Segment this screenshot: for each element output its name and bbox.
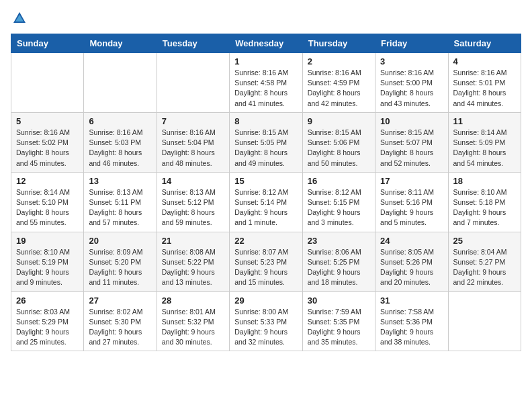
day-info: Sunrise: 8:14 AM Sunset: 5:09 PM Dayligh… [453,128,516,169]
day-info: Sunrise: 8:16 AM Sunset: 5:00 PM Dayligh… [380,68,443,109]
day-number: 29 [234,295,297,306]
calendar-week-row: 26Sunrise: 8:03 AM Sunset: 5:29 PM Dayli… [11,291,521,351]
day-info: Sunrise: 8:12 AM Sunset: 5:15 PM Dayligh… [308,187,370,228]
day-number: 13 [89,176,151,186]
day-info: Sunrise: 8:16 AM Sunset: 5:03 PM Dayligh… [89,128,151,169]
day-info: Sunrise: 8:16 AM Sunset: 4:59 PM Dayligh… [308,68,370,109]
calendar-day-cell: 10Sunrise: 8:15 AM Sunset: 5:07 PM Dayli… [375,112,448,172]
day-number: 25 [453,236,516,246]
calendar-day-cell: 30Sunrise: 7:59 AM Sunset: 5:35 PM Dayli… [302,291,375,351]
day-number: 11 [453,116,516,126]
calendar-week-row: 1Sunrise: 8:16 AM Sunset: 4:58 PM Daylig… [11,53,521,113]
day-number: 2 [308,56,370,66]
day-info: Sunrise: 8:10 AM Sunset: 5:19 PM Dayligh… [16,247,79,288]
day-number: 9 [308,116,370,126]
calendar-day-cell: 16Sunrise: 8:12 AM Sunset: 5:15 PM Dayli… [302,172,375,232]
day-number: 4 [453,56,516,66]
day-info: Sunrise: 8:00 AM Sunset: 5:33 PM Dayligh… [234,307,297,348]
day-number: 24 [380,236,443,246]
calendar-day-cell: 20Sunrise: 8:09 AM Sunset: 5:20 PM Dayli… [84,232,157,291]
day-number: 23 [308,236,370,246]
day-number: 31 [380,295,443,306]
day-info: Sunrise: 8:15 AM Sunset: 5:05 PM Dayligh… [234,128,297,169]
day-info: Sunrise: 8:16 AM Sunset: 4:58 PM Dayligh… [234,68,297,109]
calendar-day-cell: 23Sunrise: 8:06 AM Sunset: 5:25 PM Dayli… [302,232,375,291]
day-info: Sunrise: 8:04 AM Sunset: 5:27 PM Dayligh… [453,247,516,288]
weekday-header: Monday [84,34,157,53]
calendar-day-cell: 4Sunrise: 8:16 AM Sunset: 5:01 PM Daylig… [448,53,521,113]
day-info: Sunrise: 8:08 AM Sunset: 5:22 PM Dayligh… [162,247,224,288]
logo [11,11,27,26]
calendar-day-cell: 21Sunrise: 8:08 AM Sunset: 5:22 PM Dayli… [157,232,229,291]
day-number: 5 [16,116,79,126]
calendar-day-cell: 9Sunrise: 8:15 AM Sunset: 5:06 PM Daylig… [302,112,375,172]
day-number: 22 [234,236,297,246]
calendar-day-cell: 13Sunrise: 8:13 AM Sunset: 5:11 PM Dayli… [84,172,157,232]
day-info: Sunrise: 8:05 AM Sunset: 5:26 PM Dayligh… [380,247,443,288]
calendar-day-cell: 31Sunrise: 7:58 AM Sunset: 5:36 PM Dayli… [375,291,448,351]
day-info: Sunrise: 7:59 AM Sunset: 5:35 PM Dayligh… [308,307,370,348]
day-number: 27 [89,295,151,306]
day-info: Sunrise: 8:10 AM Sunset: 5:18 PM Dayligh… [453,187,516,228]
weekday-header: Friday [375,34,448,53]
calendar-day-cell [448,291,521,351]
calendar-table: SundayMondayTuesdayWednesdayThursdayFrid… [11,34,521,351]
day-number: 20 [89,236,151,246]
day-info: Sunrise: 8:16 AM Sunset: 5:02 PM Dayligh… [16,128,79,169]
day-number: 30 [308,295,370,306]
logo-icon [12,11,27,26]
day-info: Sunrise: 8:06 AM Sunset: 5:25 PM Dayligh… [308,247,370,288]
weekday-header: Tuesday [157,34,229,53]
day-info: Sunrise: 8:12 AM Sunset: 5:14 PM Dayligh… [234,187,297,228]
calendar-day-cell: 11Sunrise: 8:14 AM Sunset: 5:09 PM Dayli… [448,112,521,172]
day-number: 26 [16,295,79,306]
calendar-day-cell: 1Sunrise: 8:16 AM Sunset: 4:58 PM Daylig… [230,53,302,113]
day-info: Sunrise: 8:16 AM Sunset: 5:01 PM Dayligh… [453,68,516,109]
day-number: 21 [162,236,224,246]
day-info: Sunrise: 8:15 AM Sunset: 5:06 PM Dayligh… [308,128,370,169]
day-info: Sunrise: 7:58 AM Sunset: 5:36 PM Dayligh… [380,307,443,348]
day-number: 17 [380,176,443,186]
day-info: Sunrise: 8:16 AM Sunset: 5:04 PM Dayligh… [162,128,224,169]
page-header [11,11,521,26]
day-number: 16 [308,176,370,186]
weekday-header: Sunday [11,34,84,53]
day-info: Sunrise: 8:14 AM Sunset: 5:10 PM Dayligh… [16,187,79,228]
day-number: 28 [162,295,224,306]
calendar-day-cell [11,53,84,113]
calendar-day-cell [84,53,157,113]
calendar-header-row: SundayMondayTuesdayWednesdayThursdayFrid… [11,34,521,53]
calendar-week-row: 12Sunrise: 8:14 AM Sunset: 5:10 PM Dayli… [11,172,521,232]
weekday-header: Saturday [448,34,521,53]
calendar-day-cell: 24Sunrise: 8:05 AM Sunset: 5:26 PM Dayli… [375,232,448,291]
day-number: 19 [16,236,79,246]
day-info: Sunrise: 8:13 AM Sunset: 5:12 PM Dayligh… [162,187,224,228]
day-number: 15 [234,176,297,186]
day-number: 6 [89,116,151,126]
calendar-day-cell: 7Sunrise: 8:16 AM Sunset: 5:04 PM Daylig… [157,112,229,172]
day-info: Sunrise: 8:13 AM Sunset: 5:11 PM Dayligh… [89,187,151,228]
weekday-header: Thursday [302,34,375,53]
day-info: Sunrise: 8:11 AM Sunset: 5:16 PM Dayligh… [380,187,443,228]
calendar-week-row: 19Sunrise: 8:10 AM Sunset: 5:19 PM Dayli… [11,232,521,291]
calendar-day-cell: 6Sunrise: 8:16 AM Sunset: 5:03 PM Daylig… [84,112,157,172]
day-number: 7 [162,116,224,126]
day-number: 14 [162,176,224,186]
day-number: 12 [16,176,79,186]
weekday-header: Wednesday [230,34,302,53]
calendar-day-cell: 25Sunrise: 8:04 AM Sunset: 5:27 PM Dayli… [448,232,521,291]
calendar-day-cell: 19Sunrise: 8:10 AM Sunset: 5:19 PM Dayli… [11,232,84,291]
calendar-day-cell: 2Sunrise: 8:16 AM Sunset: 4:59 PM Daylig… [302,53,375,113]
day-info: Sunrise: 8:15 AM Sunset: 5:07 PM Dayligh… [380,128,443,169]
calendar-day-cell: 5Sunrise: 8:16 AM Sunset: 5:02 PM Daylig… [11,112,84,172]
calendar-day-cell: 14Sunrise: 8:13 AM Sunset: 5:12 PM Dayli… [157,172,229,232]
calendar-day-cell: 27Sunrise: 8:02 AM Sunset: 5:30 PM Dayli… [84,291,157,351]
day-number: 18 [453,176,516,186]
calendar-day-cell: 28Sunrise: 8:01 AM Sunset: 5:32 PM Dayli… [157,291,229,351]
day-number: 1 [234,56,297,66]
day-number: 10 [380,116,443,126]
calendar-day-cell: 17Sunrise: 8:11 AM Sunset: 5:16 PM Dayli… [375,172,448,232]
calendar-day-cell: 15Sunrise: 8:12 AM Sunset: 5:14 PM Dayli… [230,172,302,232]
day-info: Sunrise: 8:07 AM Sunset: 5:23 PM Dayligh… [234,247,297,288]
day-info: Sunrise: 8:09 AM Sunset: 5:20 PM Dayligh… [89,247,151,288]
